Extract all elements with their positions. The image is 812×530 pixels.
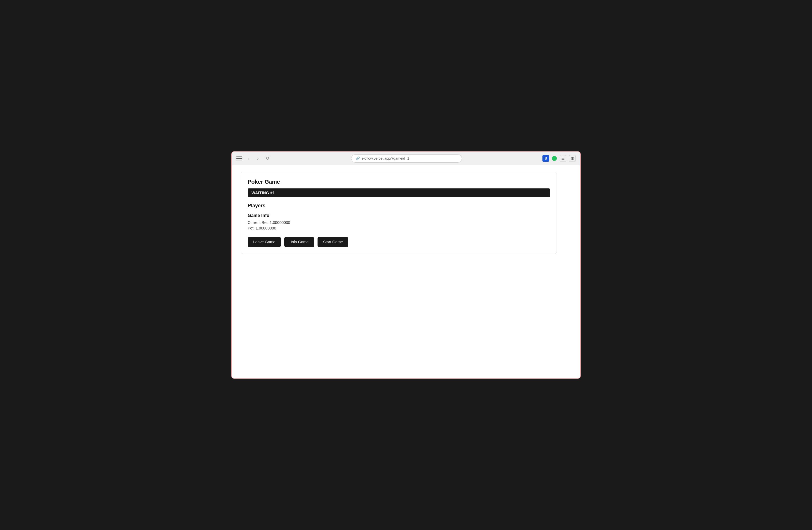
titlebar-right: B ☷ ◫ xyxy=(542,155,576,162)
players-section-title: Players xyxy=(248,203,550,209)
extensions-menu-icon: ☷ xyxy=(561,156,565,160)
browser-content: Poker Game WAITING #1 Players Game Info … xyxy=(232,165,580,378)
leave-game-button[interactable]: Leave Game xyxy=(248,237,281,247)
reload-button[interactable]: ↻ xyxy=(264,155,271,162)
game-card: Poker Game WAITING #1 Players Game Info … xyxy=(241,172,557,254)
status-bar: WAITING #1 xyxy=(248,188,550,197)
status-indicator xyxy=(552,156,557,161)
browser-window: ‹ › ↻ 🔗 eloflow.vercel.app/?gameid=1 B ☷… xyxy=(231,151,581,379)
browser-titlebar: ‹ › ↻ 🔗 eloflow.vercel.app/?gameid=1 B ☷… xyxy=(232,152,580,165)
action-buttons: Leave Game Join Game Start Game xyxy=(248,237,550,247)
join-game-button[interactable]: Join Game xyxy=(284,237,314,247)
sidebar-toggle-button[interactable] xyxy=(236,156,242,161)
forward-button[interactable]: › xyxy=(255,155,261,162)
pot: Pot: 1.00000000 xyxy=(248,226,550,230)
split-view-icon: ◫ xyxy=(571,156,574,160)
game-info-title: Game Info xyxy=(248,213,550,218)
address-bar-url: eloflow.vercel.app/?gameid=1 xyxy=(362,156,409,160)
extensions-menu-button[interactable]: ☷ xyxy=(560,155,566,162)
split-view-button[interactable]: ◫ xyxy=(569,155,576,162)
address-bar[interactable]: 🔗 eloflow.vercel.app/?gameid=1 xyxy=(351,154,462,162)
start-game-button[interactable]: Start Game xyxy=(318,237,349,247)
current-bet: Current Bet: 1.00000000 xyxy=(248,220,550,225)
bitwarden-extension-button[interactable]: B xyxy=(542,155,549,162)
link-icon: 🔗 xyxy=(356,157,360,160)
back-button[interactable]: ‹ xyxy=(245,155,252,162)
game-title: Poker Game xyxy=(248,179,550,185)
game-info-section: Game Info Current Bet: 1.00000000 Pot: 1… xyxy=(248,213,550,230)
address-bar-container: 🔗 eloflow.vercel.app/?gameid=1 xyxy=(274,154,539,162)
titlebar-left: ‹ › ↻ xyxy=(236,155,271,162)
